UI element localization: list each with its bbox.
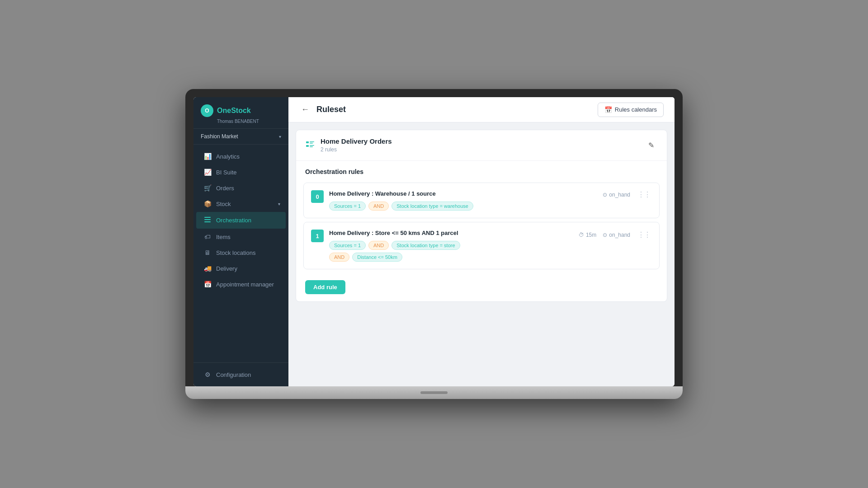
app-container: O OneStock Thomas BENABENT Fashion Marke… bbox=[193, 97, 675, 386]
sidebar-item-orders[interactable]: 🛒 Orders bbox=[196, 180, 286, 196]
topbar-left: ← Ruleset bbox=[299, 103, 346, 116]
appointment-icon: 📅 bbox=[203, 281, 212, 288]
sidebar-item-bi-suite[interactable]: 📈 BI Suite bbox=[196, 164, 286, 180]
sidebar-nav: 📊 Analytics 📈 BI Suite 🛒 Orders 📦 Stock bbox=[193, 145, 288, 362]
rule-tags-row2-1: AND Distance <= 50km bbox=[329, 253, 579, 262]
svg-rect-4 bbox=[310, 141, 314, 142]
store-selector[interactable]: Fashion Market ▾ bbox=[193, 129, 288, 145]
sidebar-item-label: Analytics bbox=[216, 153, 240, 160]
rule-tag-distance: Distance <= 50km bbox=[352, 253, 402, 262]
drag-handle-1[interactable]: ⋮⋮ bbox=[636, 230, 652, 239]
store-name: Fashion Market bbox=[201, 133, 238, 140]
user-name: Thomas BENABENT bbox=[217, 119, 281, 124]
svg-rect-8 bbox=[310, 146, 313, 147]
laptop-notch bbox=[420, 391, 448, 394]
brand-row: O OneStock bbox=[201, 104, 281, 117]
svg-rect-3 bbox=[306, 141, 309, 143]
brand-logo: O bbox=[201, 104, 213, 117]
sidebar-item-label: Stock bbox=[216, 201, 231, 207]
laptop-frame: O OneStock Thomas BENABENT Fashion Marke… bbox=[185, 89, 683, 399]
rule-content-0: Home Delivery : Warehouse / 1 source Sou… bbox=[329, 190, 603, 211]
brand-name-part1: One bbox=[217, 107, 231, 114]
onhand-label-0: on_hand bbox=[609, 192, 630, 198]
sidebar-item-label: Orders bbox=[216, 185, 234, 192]
sidebar-item-label: Delivery bbox=[216, 265, 237, 272]
brand-name: OneStock bbox=[217, 107, 251, 115]
svg-rect-0 bbox=[204, 217, 211, 218]
sidebar-item-configuration[interactable]: ⚙ Configuration bbox=[196, 367, 286, 382]
brand-name-part2: Stock bbox=[231, 107, 251, 114]
ruleset-title-row: Home Delivery Orders 2 rules bbox=[305, 137, 392, 153]
rule-tag-and-2: AND bbox=[368, 241, 389, 250]
sidebar-item-label: Configuration bbox=[216, 371, 251, 378]
delivery-icon: 🚚 bbox=[203, 265, 212, 272]
ruleset-title: Home Delivery Orders bbox=[321, 137, 392, 145]
ruleset-container: Home Delivery Orders 2 rules ✎ Orchestra… bbox=[296, 130, 667, 302]
drag-handle-0[interactable]: ⋮⋮ bbox=[636, 190, 652, 199]
calendar-icon: 📅 bbox=[604, 106, 612, 113]
sidebar-item-label: Stock locations bbox=[216, 249, 255, 256]
rule-meta-onhand-0: ⊙ on_hand bbox=[603, 192, 630, 198]
add-rule-section: Add rule bbox=[296, 273, 667, 301]
content-area: Home Delivery Orders 2 rules ✎ Orchestra… bbox=[288, 122, 675, 386]
svg-rect-6 bbox=[306, 145, 309, 147]
rule-tags-row1-1: Sources = 1 AND Stock location type = st… bbox=[329, 241, 579, 250]
time-label-1: 15m bbox=[586, 232, 596, 238]
rule-tags-row-0: Sources = 1 AND Stock location type = wa… bbox=[329, 202, 603, 211]
rules-calendars-label: Rules calendars bbox=[615, 106, 657, 113]
rule-tag-sources-1: Sources = 1 bbox=[329, 241, 366, 250]
rule-meta-0: ⊙ on_hand bbox=[603, 192, 630, 198]
edit-button[interactable]: ✎ bbox=[645, 139, 658, 151]
logo-letter: O bbox=[205, 108, 209, 114]
onhand-icon-1: ⊙ bbox=[603, 232, 607, 238]
rule-card-right-0: ⊙ on_hand ⋮⋮ bbox=[603, 190, 652, 199]
back-button[interactable]: ← bbox=[299, 103, 311, 116]
rule-card-0: 0 Home Delivery : Warehouse / 1 source S… bbox=[303, 183, 660, 218]
sidebar-item-appointment-manager[interactable]: 📅 Appointment manager bbox=[196, 277, 286, 292]
rule-content-1: Home Delivery : Store <= 50 kms AND 1 pa… bbox=[329, 230, 579, 262]
sidebar: O OneStock Thomas BENABENT Fashion Marke… bbox=[193, 97, 288, 386]
rule-tag-warehouse: Stock location type = warehouse bbox=[392, 202, 473, 211]
clock-icon-1: ⏱ bbox=[579, 232, 584, 238]
ruleset-title-info: Home Delivery Orders 2 rules bbox=[321, 137, 392, 153]
ruleset-list-icon bbox=[305, 139, 315, 151]
add-rule-button[interactable]: Add rule bbox=[305, 280, 345, 294]
rule-title-0: Home Delivery : Warehouse / 1 source bbox=[329, 190, 603, 197]
svg-rect-7 bbox=[310, 145, 314, 146]
rule-card-inner-0: 0 Home Delivery : Warehouse / 1 source S… bbox=[311, 190, 652, 211]
orchestration-icon bbox=[203, 216, 212, 225]
rule-meta-1: ⏱ 15m ⊙ on_hand bbox=[579, 232, 630, 238]
sidebar-item-label: Orchestration bbox=[216, 217, 251, 224]
ruleset-subtitle: 2 rules bbox=[321, 146, 337, 153]
rule-card-1: 1 Home Delivery : Store <= 50 kms AND 1 … bbox=[303, 222, 660, 269]
configuration-icon: ⚙ bbox=[203, 371, 212, 378]
rule-tag-store: Stock location type = store bbox=[392, 241, 460, 250]
sidebar-header: O OneStock Thomas BENABENT bbox=[193, 97, 288, 129]
sidebar-item-items[interactable]: 🏷 Items bbox=[196, 229, 286, 244]
rule-number-badge-1: 1 bbox=[311, 230, 324, 242]
main-content: ← Ruleset 📅 Rules calendars bbox=[288, 97, 675, 386]
topbar: ← Ruleset 📅 Rules calendars bbox=[288, 97, 675, 122]
analytics-icon: 📊 bbox=[203, 153, 212, 160]
rule-meta-time-1: ⏱ 15m bbox=[579, 232, 596, 238]
rule-card-right-1: ⏱ 15m ⊙ on_hand ⋮⋮ bbox=[579, 230, 652, 239]
laptop-base bbox=[185, 386, 683, 399]
ruleset-header: Home Delivery Orders 2 rules ✎ bbox=[296, 130, 667, 161]
rule-tag-sources: Sources = 1 bbox=[329, 202, 366, 211]
page-title: Ruleset bbox=[316, 105, 346, 114]
sidebar-item-analytics[interactable]: 📊 Analytics bbox=[196, 149, 286, 164]
sidebar-item-delivery[interactable]: 🚚 Delivery bbox=[196, 261, 286, 276]
section-title: Orchestration rules bbox=[305, 168, 658, 175]
sidebar-item-stock[interactable]: 📦 Stock bbox=[196, 196, 286, 211]
sidebar-item-stock-locations[interactable]: 🖥 Stock locations bbox=[196, 245, 286, 260]
rule-card-inner-1: 1 Home Delivery : Store <= 50 kms AND 1 … bbox=[311, 230, 652, 262]
rule-title-1: Home Delivery : Store <= 50 kms AND 1 pa… bbox=[329, 230, 579, 236]
sidebar-item-orchestration[interactable]: Orchestration bbox=[196, 212, 286, 229]
orchestration-rules-header: Orchestration rules bbox=[296, 161, 667, 179]
sidebar-item-label: Items bbox=[216, 234, 231, 240]
rules-calendars-button[interactable]: 📅 Rules calendars bbox=[598, 103, 664, 117]
onhand-label-1: on_hand bbox=[609, 232, 630, 238]
rule-number-badge-0: 0 bbox=[311, 190, 324, 203]
rule-tag-and-3: AND bbox=[329, 253, 349, 262]
svg-rect-1 bbox=[204, 219, 211, 220]
